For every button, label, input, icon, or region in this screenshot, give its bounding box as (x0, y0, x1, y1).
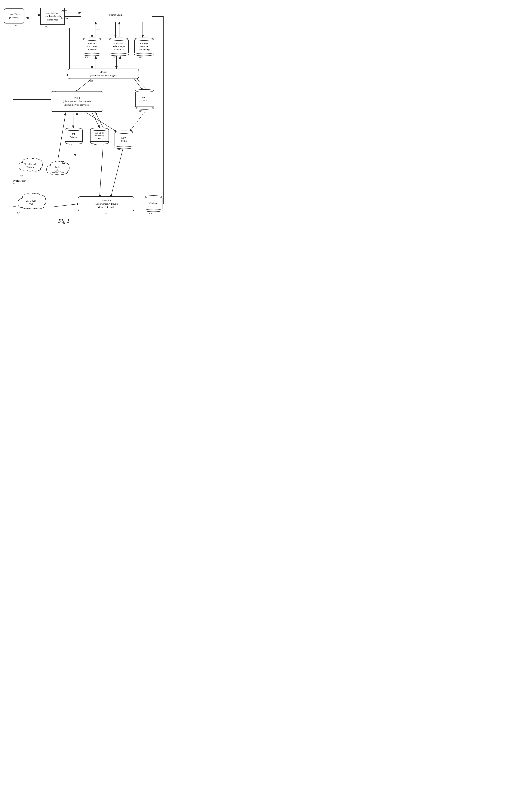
bs-label: BusinessSemanticTerminology (138, 42, 150, 51)
new-urls-cylinder: NEWURLS (115, 131, 133, 149)
user-client-box: User Client (Browser) (4, 8, 24, 23)
eyp-top (109, 38, 129, 41)
yplink-label: YPLink(Identifies Business Pages) (90, 70, 117, 77)
eyp-label: EnhancedYellow Pageswith URLs (113, 42, 125, 51)
ref-119: 119 (139, 110, 142, 113)
isp-body: ISPDatabase (65, 130, 83, 142)
nu-body: NEWURLS (115, 133, 133, 146)
ru-label: ROOTURLS (141, 96, 148, 102)
enhanced-yp-cylinder: EnhancedYellow Pageswith URLs (109, 38, 129, 56)
business-semantic-cylinder: BusinessSemanticTerminology (134, 38, 154, 56)
ref-112: 112 (90, 80, 93, 83)
global-search-cloud: Global Search Engines (17, 156, 43, 173)
ispc-top (90, 128, 109, 131)
search-engine-box: Search Engine (81, 8, 152, 22)
ispc-bottom (90, 141, 109, 144)
svg-line-20 (130, 111, 146, 132)
svg-text:Web: Web (29, 203, 34, 205)
diagram: User Client (Browser) 100 User Interface… (0, 0, 169, 257)
ru-body: ROOTURLS (135, 92, 154, 107)
svg-line-18 (92, 113, 99, 128)
whois-body: WHOIS/ROOT URLAddresses (83, 40, 101, 53)
svg-line-25 (55, 204, 79, 207)
whois-bottom (83, 53, 101, 56)
ru-bottom (135, 107, 154, 110)
www-cloud: World-Wide Web (16, 192, 47, 210)
iplink-box: IPLink(Identifies and CharacterizesInter… (51, 91, 103, 112)
iplink-label: IPLink(Identifies and CharacterizesInter… (63, 96, 91, 107)
ref-124: 124 (17, 211, 20, 214)
eyp-bottom (109, 53, 129, 56)
svg-text:World-Wide: World-Wide (26, 200, 37, 203)
bs-body: BusinessSemanticTerminology (134, 40, 154, 53)
svg-text:&: & (56, 169, 58, 171)
ref-104: 104 (97, 28, 100, 31)
whois-label: WHOIS/ROOT URLAddresses (87, 42, 97, 51)
metrobot-label: MetroBot(Geographically Bound(Indexer Ro… (95, 199, 117, 209)
bs-bottom (134, 53, 154, 56)
ru-top (135, 89, 154, 92)
isp-db-cylinder: ISPDatabase (65, 128, 83, 144)
isp-top (65, 128, 83, 131)
isp-label: ISPDatabase (70, 133, 78, 139)
nu-label: NEWURLS (121, 136, 127, 143)
fig-label: Fig 1 (58, 218, 70, 224)
ref-100: 100 (14, 24, 17, 27)
ref-122: 122 (62, 162, 65, 164)
ref-108: 108 (113, 56, 116, 59)
root-urls-cylinder: ROOTURLS (135, 89, 154, 110)
svg-text:Engines: Engines (26, 166, 34, 168)
wi-top (145, 195, 163, 199)
nu-bottom (115, 146, 133, 149)
web-index-cylinder: Web Index (145, 195, 163, 212)
ref-120: 120 (13, 182, 16, 185)
search-engine-label: Search Engine (109, 13, 124, 17)
whois-top (83, 38, 101, 41)
isp-bottom (65, 141, 83, 144)
isp-client-cylinder: ISP ClientDirectoryPath (90, 128, 109, 144)
ref-110: 110 (139, 56, 142, 59)
wi-body: Web Index (145, 198, 163, 209)
svg-line-24 (99, 143, 103, 197)
ref-126: 126 (103, 212, 107, 215)
user-client-label: User Client (Browser) (4, 13, 24, 19)
ref-114: 114 (69, 143, 73, 146)
wi-label: Web Index (149, 202, 158, 205)
ref-102: 102 (45, 25, 49, 28)
ref-121: 121 (20, 174, 23, 177)
eyp-body: EnhancedYellow Pageswith URLs (109, 40, 129, 53)
ref-113: 113 (53, 90, 56, 93)
yplink-box: YPLink(Identifies Business Pages) (68, 69, 139, 79)
ispc-body: ISP ClientDirectoryPath (90, 130, 109, 142)
svg-text:InterNIC Data: InterNIC Data (51, 171, 64, 174)
ref-116: 116 (94, 143, 97, 146)
bs-top (134, 38, 154, 41)
ref-118: 118 (118, 148, 121, 151)
whois-cylinder: WHOIS/ROOT URLAddresses (83, 38, 101, 56)
internet-label: INTERNET (13, 180, 25, 183)
ref-128: 128 (149, 212, 152, 215)
ui-homepage-label: User InterfaceWord-Wide WebHome Page (44, 11, 61, 22)
svg-line-23 (111, 148, 123, 197)
ispc-label: ISP ClientDirectoryPath (95, 132, 104, 140)
metrobot-box: MetroBot(Geographically Bound(Indexer Ro… (78, 196, 134, 211)
svg-text:DNS: DNS (55, 166, 59, 169)
results-label: Results (61, 17, 68, 20)
query-label: Query (61, 10, 66, 12)
svg-line-19 (96, 113, 103, 128)
svg-line-13 (75, 78, 92, 92)
ref-106: 106 (85, 56, 88, 59)
wi-bottom (145, 209, 163, 212)
svg-text:Global Search: Global Search (24, 163, 36, 166)
dns-cloud: DNS & InterNIC Data (45, 160, 70, 176)
nu-top (115, 131, 133, 134)
